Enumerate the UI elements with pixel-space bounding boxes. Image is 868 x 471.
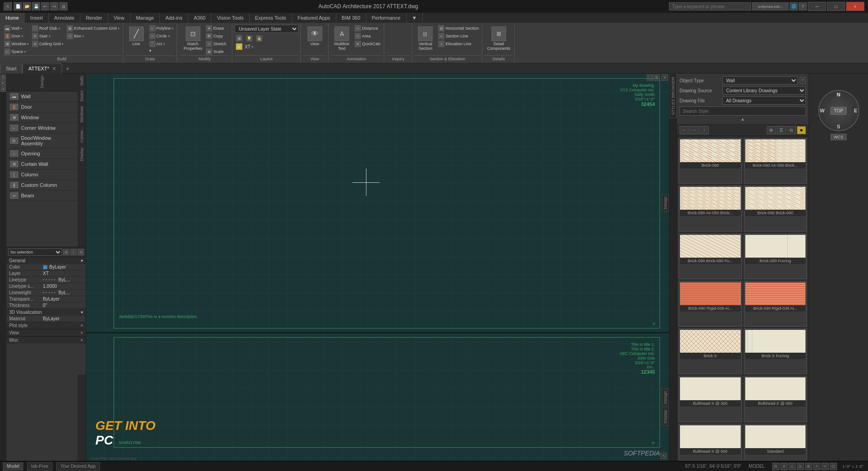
layer-state-dropdown[interactable]: Unsaved Layer State (235, 25, 298, 33)
object-type-dropdown[interactable]: Wall (722, 76, 798, 85)
close-button[interactable]: × (846, 2, 864, 11)
bottom-canvas[interactable]: This is title 1. This is title 2. ABC Co… (86, 333, 669, 461)
scale-button[interactable]: ⊕ Scale (204, 48, 228, 55)
color-button[interactable]: ■ (235, 43, 244, 50)
palette-item-corner-window[interactable]: ⌐ Corner Window (6, 123, 78, 133)
properties-settings-btn[interactable]: ⚙ (78, 249, 84, 255)
online-icon[interactable]: 🌐 (790, 2, 798, 11)
wall-button[interactable]: ▬ Wall▾ (3, 25, 30, 32)
enhanced-custom-grid-button[interactable]: ⊞ Enhanced Custom Grid▾ (65, 25, 121, 32)
tab-manage[interactable]: Manage (131, 13, 160, 23)
style-item-brick-090-fu[interactable]: Brick-090 Brick-090 Fu... (679, 233, 742, 279)
door-button[interactable]: 🚪 Door▾ (3, 32, 30, 40)
style-item-brick-090-rigid2[interactable]: Brick-090 Rigid-038 Ai... (744, 281, 807, 327)
styles-view-grid-btn[interactable]: ⊞ (767, 126, 776, 134)
arc-button[interactable]: ⌒ Arc▾ (148, 40, 175, 48)
styles-up-btn[interactable]: ↑ (700, 126, 709, 134)
no-selection-dropdown[interactable]: No selection (8, 249, 62, 256)
more-draw-button[interactable]: ▾ (148, 48, 175, 53)
tab-vision-tools[interactable]: Vision Tools (211, 13, 249, 23)
design-vert-tab-top[interactable]: Design (662, 194, 669, 212)
drawing-source-dropdown[interactable]: Content Library Drawings (722, 86, 806, 95)
tab-annotate[interactable]: Annotate (49, 13, 80, 23)
distance-button[interactable]: ↔ Distance (353, 25, 382, 32)
object-type-help-btn[interactable]: ? (800, 77, 806, 84)
match-properties-button[interactable]: ⊡ MatchProperties (182, 25, 204, 53)
tab-render[interactable]: Render (80, 13, 108, 23)
palette-item-curtain-wall[interactable]: ⊞ Curtain Wall (6, 159, 78, 169)
style-search-input[interactable] (680, 106, 806, 116)
doc-tab-start[interactable]: Start (0, 64, 22, 74)
open-button[interactable]: 📂 (23, 2, 31, 11)
snap-icon[interactable]: ⊡ (772, 463, 779, 470)
tab-insert[interactable]: Insert (25, 13, 49, 23)
style-item-brick-090-air[interactable]: Brick-090 Air-050 Brick... (744, 138, 807, 184)
design-vert-tab-bottom[interactable]: Design (662, 389, 669, 406)
view-manage-button[interactable]: 👁 View (304, 25, 326, 48)
quick-select-btn[interactable]: + (70, 249, 77, 255)
style-item-brick-x-furring[interactable]: Brick-X Furring (744, 328, 807, 374)
palette-item-door-window-assembly[interactable]: ⊡ Door/Window Assembly (6, 133, 78, 148)
circle-button[interactable]: ○ Circle▾ (148, 32, 175, 40)
styles-collapse-btn[interactable]: ▲ (680, 116, 806, 122)
tab-bim360[interactable]: BIM 360 (336, 13, 366, 23)
save-button[interactable]: 💾 (32, 2, 40, 11)
misc-row[interactable]: Misc + (6, 336, 86, 344)
tab-addins[interactable]: Add-ins (160, 13, 188, 23)
select-similar-btn[interactable]: ⊞ (63, 249, 69, 255)
compass-top-button[interactable]: TOP (831, 107, 846, 115)
plot-style-row[interactable]: Plot style + (6, 322, 86, 329)
general-section-header[interactable]: General ▾ (6, 257, 86, 264)
transparency-icon[interactable]: ◫ (830, 463, 837, 470)
palette-item-beam[interactable]: ═ Beam (6, 191, 78, 201)
maximize-button[interactable]: □ (827, 2, 845, 11)
vert-tab-corner[interactable]: Corner... (78, 125, 85, 145)
app-icon[interactable]: A (4, 2, 12, 11)
snap-track-icon[interactable]: ⊞ (805, 463, 812, 470)
vert-tab-display[interactable]: Display (78, 145, 85, 164)
roof-slab-button[interactable]: ⌒ Roof Slab▾ (31, 25, 65, 32)
layer-off-button[interactable]: 🔒 (255, 35, 264, 42)
copy-button[interactable]: ⧉ Copy (204, 32, 228, 40)
style-item-bulkhead-450[interactable]: Bulkhead-X @ 450 (744, 376, 807, 422)
status-tab-model[interactable]: Model (3, 462, 23, 471)
line-button[interactable]: ╱ Line (125, 25, 147, 48)
grid-icon[interactable]: # (780, 463, 788, 470)
elevation-line-button[interactable]: ↕ Elevation Line (437, 40, 480, 48)
bottom-canvas-edit[interactable]: ✎ (660, 453, 667, 459)
style-item-brick-090[interactable]: Brick-090 (679, 138, 742, 184)
minimize-button[interactable]: ─ (808, 2, 826, 11)
help-icon[interactable]: ? (799, 2, 807, 11)
palette-item-wall[interactable]: ▬ Wall (6, 91, 78, 102)
styles-view-list-btn[interactable]: ☰ (777, 126, 786, 134)
tool-strip-btn-2[interactable]: ▸ (0, 80, 6, 86)
doc-tab-attext[interactable]: ATTEXT* ✕ (22, 64, 62, 74)
ceiling-grid-button[interactable]: # Ceiling Grid▾ (31, 40, 65, 48)
tab-a360[interactable]: A360 (188, 13, 212, 23)
plot-button[interactable]: 🖨 (59, 2, 68, 11)
style-item-brick-090-rigid1[interactable]: Brick-090 Rigid-038 Ai... (679, 281, 742, 327)
new-button[interactable]: 📄 (14, 2, 22, 11)
top-canvas[interactable]: ✕ ⛶ ⇅ My drawing. XYZ Computer Inc. (86, 74, 669, 333)
style-item-brick-090-air2[interactable]: Brick-090 Air-050 Brick... (679, 185, 742, 231)
palette-item-window[interactable]: ⊞ Window (6, 112, 78, 123)
user-icon[interactable]: softpedia.edit... (752, 2, 789, 11)
tab-express-tools[interactable]: Express Tools (250, 13, 292, 23)
multiline-text-button[interactable]: A MultilineText (331, 25, 353, 53)
layer-props-button[interactable]: ⊞ (235, 35, 244, 42)
style-item-bulkhead-300[interactable]: Bulkhead-X @ 300 (679, 376, 742, 422)
new-tab-button[interactable]: + (62, 64, 73, 73)
help-search[interactable] (669, 2, 751, 11)
vertical-section-button[interactable]: ⫼ VerticalSection (414, 25, 436, 53)
styles-browser-vert-tab[interactable]: STYLES BROWSER (669, 74, 677, 118)
style-item-brick-090-furring[interactable]: Brick-090 Furring (744, 233, 807, 279)
status-tab-free[interactable]: tab-Free (27, 462, 52, 471)
viz3d-section-header[interactable]: 3D Visualization ▾ (6, 309, 86, 316)
vert-tab-walls[interactable]: Walls (78, 74, 85, 88)
display-vert-tab-bottom[interactable]: Display (662, 407, 669, 426)
tool-strip-btn-3[interactable]: ◂ (0, 86, 6, 92)
status-tab-app[interactable]: Your Desired App (56, 462, 99, 471)
style-item-brick-x[interactable]: Brick-X (679, 328, 742, 374)
undo-button[interactable]: ↩ (41, 2, 49, 11)
styles-back-btn[interactable]: ← (680, 126, 689, 134)
